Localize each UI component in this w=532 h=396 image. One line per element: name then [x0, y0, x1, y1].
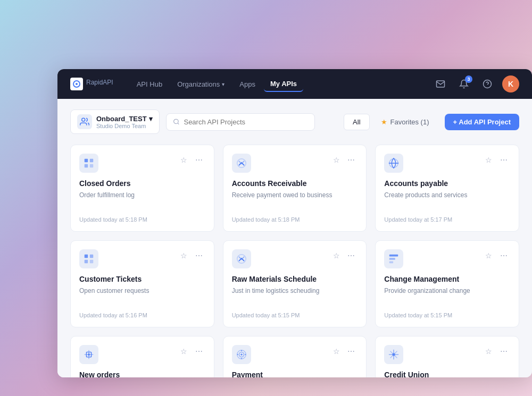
card-actions: ☆ ⋯ [330, 345, 358, 358]
svg-rect-19 [389, 258, 395, 260]
svg-point-1 [76, 83, 78, 85]
card-customer-tickets[interactable]: ☆ ⋯ Customer Tickets Open customer reque… [70, 240, 214, 327]
card-title: Customer Tickets [79, 275, 205, 283]
card-title: Accounts Receivable [232, 179, 358, 188]
card-title: Credit Union [384, 370, 510, 377]
user-avatar[interactable]: K [502, 75, 519, 92]
svg-rect-16 [90, 260, 93, 263]
card-change-management[interactable]: ☆ ⋯ Change Management Provide organizati… [375, 240, 519, 327]
star-button[interactable]: ☆ [178, 345, 190, 358]
nav-api-hub[interactable]: API Hub [130, 77, 169, 91]
app-window: RapidAPI API Hub Organizations ▾ Apps My… [57, 69, 532, 377]
card-description: Provide organizational change [384, 287, 510, 304]
svg-point-5 [173, 119, 178, 124]
card-header: ☆ ⋯ [384, 345, 510, 364]
search-input[interactable] [184, 118, 307, 126]
card-actions: ☆ ⋯ [483, 249, 510, 262]
card-description: Open customer requests [79, 287, 205, 304]
card-header: ☆ ⋯ [79, 249, 205, 268]
nav-organizations[interactable]: Organizations ▾ [171, 77, 231, 91]
organizations-chevron: ▾ [222, 81, 225, 87]
more-button[interactable]: ⋯ [497, 249, 510, 262]
card-icon-customer-tickets [79, 249, 98, 268]
star-button[interactable]: ☆ [178, 154, 190, 166]
nav-my-apis[interactable]: My APIs [264, 77, 303, 92]
more-button[interactable]: ⋯ [193, 249, 205, 262]
more-button[interactable]: ⋯ [193, 345, 205, 358]
card-actions: ☆ ⋯ [178, 154, 205, 166]
logo-text: RapidAPI [86, 79, 113, 89]
workspace-icon [77, 114, 92, 129]
svg-point-36 [393, 353, 396, 356]
star-button[interactable]: ☆ [483, 154, 495, 166]
card-credit-union[interactable]: ☆ ⋯ Credit Union Finacial services for a… [375, 336, 519, 377]
workspace-chevron: ▾ [149, 115, 153, 123]
filter-favorites[interactable]: ★ Favorites (1) [372, 114, 438, 130]
card-actions: ☆ ⋯ [483, 345, 510, 358]
card-description: Just in time logistics scheuding [232, 287, 358, 304]
card-accounts-payable[interactable]: ☆ ⋯ Accounts payable Create products and… [375, 145, 519, 232]
card-title: Payment [232, 370, 358, 377]
svg-rect-20 [389, 262, 393, 264]
more-button[interactable]: ⋯ [345, 345, 358, 358]
card-title: Change Management [384, 275, 510, 283]
card-header: ☆ ⋯ [384, 154, 510, 173]
card-header: ☆ ⋯ [232, 345, 358, 364]
toolbar: Onboard_TEST ▾ Studio Demo Team All [70, 109, 519, 134]
star-button[interactable]: ☆ [330, 345, 343, 358]
card-icon-raw-materials [232, 249, 251, 268]
card-icon-change-management [384, 249, 403, 268]
star-button[interactable]: ☆ [483, 345, 495, 358]
more-button[interactable]: ⋯ [497, 345, 510, 358]
more-button[interactable]: ⋯ [497, 154, 510, 166]
card-actions: ☆ ⋯ [178, 345, 205, 358]
star-button[interactable]: ☆ [330, 154, 343, 166]
add-api-project-button[interactable]: + Add API Project [445, 114, 519, 130]
workspace-info: Onboard_TEST ▾ Studio Demo Team [96, 115, 153, 129]
card-icon-closed-orders [79, 154, 98, 173]
card-description: Order fulfillment log [79, 191, 205, 208]
card-description: Receive payment owed to business [232, 191, 358, 208]
help-button[interactable] [479, 75, 496, 92]
nav-apps[interactable]: Apps [233, 77, 262, 91]
card-header: ☆ ⋯ [79, 345, 205, 364]
card-raw-materials[interactable]: ☆ ⋯ Raw Materials Schedule Just in time … [223, 240, 367, 327]
notification-badge: 3 [465, 75, 472, 83]
card-actions: ☆ ⋯ [178, 249, 205, 262]
star-button[interactable]: ☆ [330, 249, 343, 262]
more-button[interactable]: ⋯ [345, 249, 358, 262]
card-title: Accounts payable [384, 179, 510, 188]
filter-tabs: All ★ Favorites (1) [344, 114, 438, 130]
main-content: Onboard_TEST ▾ Studio Demo Team All [57, 99, 532, 377]
card-payment[interactable]: ☆ ⋯ Payment Order processing data Update… [223, 336, 367, 377]
card-header: ☆ ⋯ [79, 154, 205, 173]
filter-all[interactable]: All [344, 114, 369, 130]
svg-line-6 [178, 123, 179, 124]
card-title: New orders [79, 370, 205, 377]
navbar: RapidAPI API Hub Organizations ▾ Apps My… [57, 69, 532, 99]
svg-rect-8 [90, 159, 93, 162]
search-box[interactable] [166, 113, 315, 131]
card-actions: ☆ ⋯ [330, 154, 358, 166]
svg-point-27 [240, 353, 243, 356]
workspace-selector[interactable]: Onboard_TEST ▾ Studio Demo Team [70, 109, 160, 134]
more-button[interactable]: ⋯ [193, 154, 205, 166]
search-icon [173, 118, 180, 125]
more-button[interactable]: ⋯ [345, 154, 358, 166]
star-button[interactable]: ☆ [178, 249, 190, 262]
card-icon-payment [232, 345, 251, 364]
logo[interactable]: RapidAPI [70, 78, 113, 90]
notifications-button[interactable]: 3 [455, 75, 472, 92]
svg-rect-7 [85, 159, 88, 162]
card-accounts-receivable[interactable]: ☆ ⋯ Accounts Receivable Receive payment … [223, 145, 367, 232]
messages-button[interactable] [432, 75, 449, 92]
card-updated: Updated today at 5:18 PM [79, 216, 205, 223]
card-updated: Updated today at 5:17 PM [384, 216, 510, 223]
card-actions: ☆ ⋯ [330, 249, 358, 262]
card-closed-orders[interactable]: ☆ ⋯ Closed Orders Order fulfillment log … [70, 145, 214, 232]
nav-links: API Hub Organizations ▾ Apps My APIs [130, 77, 432, 92]
card-actions: ☆ ⋯ [483, 154, 510, 166]
card-new-orders[interactable]: ☆ ⋯ New orders Orders from customers wit… [70, 336, 214, 377]
star-button[interactable]: ☆ [483, 249, 495, 262]
card-updated: Updated today at 5:16 PM [79, 312, 205, 318]
